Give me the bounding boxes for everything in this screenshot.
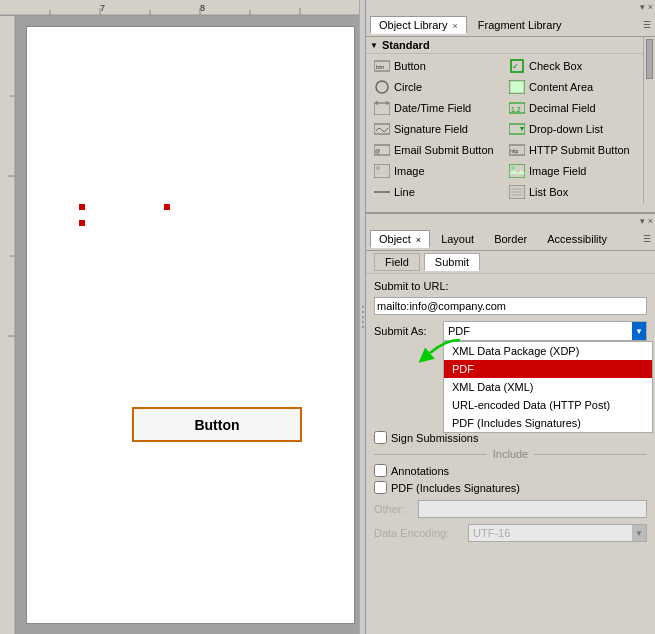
obj-label-button: Button [394,60,426,72]
dropdown-url-encoded[interactable]: URL-encoded Data (HTTP Post) [444,396,652,414]
obj-lib-content: ▼ Standard btn Button [366,37,643,204]
obj-item-image-field[interactable]: Image Field [505,161,639,181]
obj-tab-close[interactable]: × [416,235,421,245]
obj-item-decimal[interactable]: 1.2 Decimal Field [505,98,639,118]
image-field-icon [509,163,525,179]
obj-item-line[interactable]: Line [370,182,504,202]
prop-sub-tabs: Field Submit [366,251,655,274]
decimal-icon: 1.2 [509,100,525,116]
submit-as-select[interactable]: PDF ▼ [443,321,647,341]
sign-sub-label: Sign Submissions [391,432,478,444]
ruler-left-svg [0,16,16,634]
handle-br[interactable] [79,204,85,210]
prop-content: Submit to URL: Submit As: PDF ▼ [366,274,655,553]
object-library-tab[interactable]: Object Library × [370,16,467,34]
list-box-icon [509,184,525,200]
submit-as-arrow[interactable]: ▼ [632,322,646,340]
obj-item-checkbox[interactable]: ✓ Check Box [505,56,639,76]
resize-dot-5 [362,326,364,328]
datetime-icon [374,100,390,116]
data-encoding-select[interactable]: UTF-16 ▼ [468,524,647,542]
resize-dot-4 [362,321,364,323]
sign-sub-checkbox[interactable] [374,431,387,444]
include-label: Include [493,448,528,460]
button-label: Button [194,417,239,433]
obj-item-button[interactable]: btn Button [370,56,504,76]
obj-item-http-submit[interactable]: http HTTP Submit Button [505,140,639,160]
object-properties-panel: ▾ × Object × Layout Border Accessibility… [366,214,655,634]
lib-options-icon[interactable]: ☰ [643,20,651,30]
scrollbar-thumb[interactable] [646,39,653,79]
obj-lib-scrollbar[interactable] [643,37,655,204]
tab-layout[interactable]: Layout [432,230,483,248]
obj-item-dropdown[interactable]: Drop-down List [505,119,639,139]
panel-resize-handle[interactable] [359,0,365,634]
obj-lib-close[interactable]: × [453,21,458,31]
svg-point-36 [511,166,515,170]
pdf-includes-label: PDF (Includes Signatures) [391,482,520,494]
submit-url-input[interactable] [374,297,647,315]
props-options-icon[interactable]: ☰ [643,234,651,244]
dropdown-xml[interactable]: XML Data (XML) [444,378,652,396]
obj-item-email-submit[interactable]: @ Email Submit Button [370,140,504,160]
obj-label-checkbox: Check Box [529,60,582,72]
checkbox-icon: ✓ [509,58,525,74]
canvas-area: 7 8 7 8 [0,0,365,634]
dropdown-pdf[interactable]: PDF [444,360,652,378]
ruler-top: 7 8 7 8 [0,0,365,16]
include-divider-right [534,454,647,455]
subtab-submit[interactable]: Submit [424,253,480,271]
right-panel: ▾ × Object Library × Fragment Library ☰ … [365,0,655,634]
category-arrow[interactable]: ▼ [370,41,378,50]
data-encoding-row: Data Encoding: UTF-16 ▼ [374,524,647,542]
handle-mr[interactable] [79,220,85,226]
obj-lib-toolbar: ▼ Standard [366,37,643,54]
submit-url-input-row [374,297,647,315]
tab-accessibility[interactable]: Accessibility [538,230,616,248]
data-encoding-arrow[interactable]: ▼ [632,525,646,541]
other-row: Other: [374,500,647,518]
tab-object[interactable]: Object × [370,230,430,248]
obj-item-content-area[interactable]: Content Area [505,77,639,97]
button-widget[interactable]: Button [132,407,302,442]
obj-item-image[interactable]: Image [370,161,504,181]
dropdown-pdf-sigs[interactable]: PDF (Includes Signatures) [444,414,652,432]
svg-rect-33 [374,164,390,178]
pin-btn[interactable]: ▾ × [640,2,653,12]
other-input[interactable] [418,500,647,518]
circle-icon [374,79,390,95]
obj-item-circle[interactable]: Circle [370,77,504,97]
obj-item-datetime[interactable]: Date/Time Field [370,98,504,118]
obj-label-circle: Circle [394,81,422,93]
pdf-includes-checkbox[interactable] [374,481,387,494]
svg-text:8: 8 [200,3,205,13]
obj-item-list-box[interactable]: List Box [505,182,639,202]
obj-label-list-box: List Box [529,186,568,198]
props-pin-btn[interactable]: ▾ × [640,216,653,226]
props-tab-bar: Object × Layout Border Accessibility ☰ [366,228,655,251]
ruler-svg: 7 8 [0,0,360,16]
dropdown-icon [509,121,525,137]
include-divider-left [374,454,487,455]
resize-dot-2 [362,311,364,313]
props-top-bar: ▾ × [366,214,655,228]
resize-dot-1 [362,306,364,308]
svg-point-18 [376,81,388,93]
fragment-library-tab[interactable]: Fragment Library [469,16,571,34]
obj-lib-main: ▼ Standard btn Button [366,37,655,204]
submit-as-control: PDF ▼ XML Data Package (XDP) PDF XML Dat… [443,321,647,341]
subtab-field[interactable]: Field [374,253,420,271]
obj-grid: btn Button ✓ Check Box [366,54,643,204]
content-area-icon [509,79,525,95]
submit-url-row: Submit to URL: [374,280,647,292]
dropdown-xdp[interactable]: XML Data Package (XDP) [444,342,652,360]
submit-as-dropdown: XML Data Package (XDP) PDF XML Data (XML… [443,341,653,433]
handle-bm[interactable] [164,204,170,210]
tab-border[interactable]: Border [485,230,536,248]
svg-point-34 [376,166,380,170]
obj-item-signature[interactable]: Signature Field [370,119,504,139]
annotations-checkbox[interactable] [374,464,387,477]
svg-text:7: 7 [100,3,105,13]
obj-lib-top-bar: ▾ × [366,0,655,14]
svg-text:btn: btn [376,64,384,70]
